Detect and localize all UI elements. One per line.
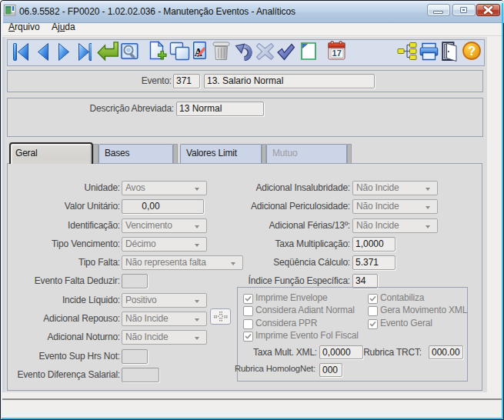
svg-text:?: ? (468, 45, 476, 58)
svg-text:17: 17 (332, 48, 342, 58)
